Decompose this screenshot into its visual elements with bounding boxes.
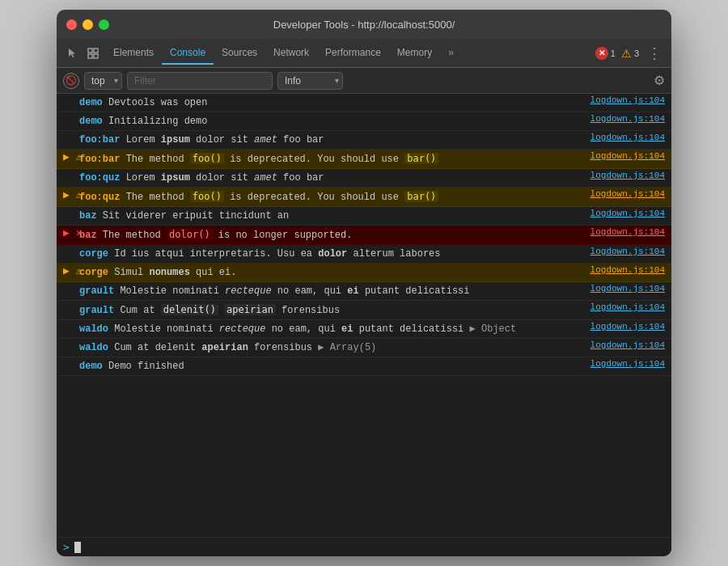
expand-array-arrow[interactable]: ▶ Array(5) [318, 342, 376, 353]
log-source[interactable]: logdown.js:104 [590, 284, 665, 294]
nav-toolbar: Elements Console Sources Network Perform… [57, 39, 671, 68]
log-entry: grault Cum at delenit() apeirian forensi… [57, 301, 671, 320]
log-text: corge Id ius atqui interpretaris. Usu ea… [79, 247, 584, 261]
devtools-body: Elements Console Sources Network Perform… [57, 39, 671, 556]
namespace: demo [79, 97, 103, 108]
console-input-row: > [57, 537, 671, 556]
log-entry: waldo Molestie nominati recteque no eam,… [57, 320, 671, 339]
titlebar: Developer Tools - http://localhost:5000/ [57, 10, 671, 39]
log-source[interactable]: logdown.js:104 [590, 114, 665, 124]
filter-input[interactable] [127, 72, 273, 90]
log-text: waldo Cum at delenit apeirian forensibus… [79, 340, 584, 355]
log-text: waldo Molestie nominati recteque no eam,… [79, 322, 584, 336]
log-text: corge Simul nonumes qui ei. [79, 265, 584, 280]
log-entry: grault Molestie nominati recteque no eam… [57, 282, 671, 301]
namespace: baz [79, 210, 97, 222]
log-text: grault Cum at delenit() apeirian forensi… [79, 302, 584, 318]
log-source[interactable]: logdown.js:104 [590, 133, 665, 142]
context-select[interactable]: top [84, 72, 122, 90]
error-count: ✕ [595, 47, 608, 60]
close-button[interactable] [66, 19, 77, 30]
log-source[interactable]: logdown.js:104 [590, 359, 665, 369]
log-entry: waldo Cum at delenit apeirian forensibus… [57, 339, 671, 357]
log-source[interactable]: logdown.js:104 [590, 302, 665, 312]
expand-object-arrow[interactable]: ▶ Object [470, 323, 517, 335]
svg-rect-0 [88, 49, 92, 53]
traffic-lights [66, 19, 109, 30]
console-cursor [74, 542, 81, 553]
nav-tabs: Elements Console Sources Network Perform… [105, 42, 592, 65]
log-entry: corge Id ius atqui interpretaris. Usu ea… [57, 245, 671, 264]
tab-sources[interactable]: Sources [214, 42, 265, 65]
warn-number: 3 [634, 49, 639, 58]
svg-rect-2 [88, 54, 92, 58]
namespace: corge [79, 267, 108, 278]
console-prompt: > [63, 541, 70, 553]
namespace: corge [79, 248, 108, 260]
log-source[interactable]: logdown.js:104 [590, 340, 665, 350]
namespace: waldo [79, 342, 108, 353]
log-text: demo Demo finished [79, 359, 584, 374]
clear-console-button[interactable]: 🚫 [63, 73, 79, 89]
devtools-window: Developer Tools - http://localhost:5000/… [57, 10, 671, 556]
log-entry: demo Devtools was open logdown.js:104 [57, 94, 671, 112]
log-source[interactable]: logdown.js:104 [590, 227, 665, 237]
log-text: foo:quz The method foo() is deprecated. … [79, 189, 584, 205]
warn-indicator: ▶ ⚠ [63, 190, 82, 201]
log-entry: demo Initializing demo logdown.js:104 [57, 112, 671, 131]
error-indicator: ▶ ✕ [63, 228, 82, 239]
namespace: waldo [79, 323, 108, 335]
svg-rect-1 [94, 49, 98, 53]
window-title: Developer Tools - http://localhost:5000/ [273, 19, 455, 31]
level-select-wrapper: Info Verbose Warnings Errors [277, 72, 343, 90]
log-source[interactable]: logdown.js:104 [590, 247, 665, 256]
inspect-icon[interactable] [84, 44, 102, 62]
namespace: foo:quz [79, 192, 120, 203]
namespace: foo:bar [79, 134, 120, 146]
toolbar-right: ✕ 1 ⚠ 3 ⋮ [595, 44, 665, 62]
warn-icon: ⚠ [621, 47, 632, 60]
more-menu-button[interactable]: ⋮ [644, 44, 665, 62]
log-text: demo Initializing demo [79, 114, 584, 129]
namespace: grault [79, 285, 114, 297]
log-text: foo:bar The method foo() is deprecated. … [79, 151, 584, 167]
log-entry: demo Demo finished logdown.js:104 [57, 357, 671, 376]
log-entry: ▶ ✕ baz The method dolor() is no longer … [57, 226, 671, 245]
minimize-button[interactable] [83, 19, 93, 30]
log-entry: foo:bar Lorem ipsum dolor sit amet foo b… [57, 131, 671, 150]
level-select[interactable]: Info Verbose Warnings Errors [277, 72, 343, 90]
error-number: 1 [611, 49, 616, 58]
tab-more[interactable]: » [440, 42, 462, 65]
log-source[interactable]: logdown.js:104 [590, 322, 665, 332]
context-select-wrapper: top [84, 72, 122, 90]
log-text: demo Devtools was open [79, 95, 584, 110]
log-entry: ▶ ⚠ corge Simul nonumes qui ei. logdown.… [57, 264, 671, 282]
namespace: demo [79, 116, 103, 127]
tab-network[interactable]: Network [265, 42, 317, 65]
namespace: demo [79, 361, 103, 372]
console-output: demo Devtools was open logdown.js:104 de… [57, 94, 671, 537]
tab-console[interactable]: Console [162, 42, 214, 65]
console-toolbar: 🚫 top Info Verbose Warnings Errors ⚙ [57, 68, 671, 94]
tab-memory[interactable]: Memory [389, 42, 440, 65]
log-text: baz The method dolor() is no longer supp… [79, 227, 584, 243]
log-entry: ▶ ⚠ foo:quz The method foo() is deprecat… [57, 188, 671, 207]
settings-icon[interactable]: ⚙ [654, 73, 665, 88]
log-entry: baz Sit viderer eripuit tincidunt an log… [57, 207, 671, 226]
cursor-tool-icon[interactable] [63, 44, 81, 62]
tab-performance[interactable]: Performance [317, 42, 389, 65]
log-text: baz Sit viderer eripuit tincidunt an [79, 209, 584, 223]
log-source[interactable]: logdown.js:104 [590, 265, 665, 275]
log-source[interactable]: logdown.js:104 [590, 189, 665, 199]
log-text: foo:bar Lorem ipsum dolor sit amet foo b… [79, 133, 584, 147]
tab-elements[interactable]: Elements [105, 42, 162, 65]
log-text: grault Molestie nominati recteque no eam… [79, 284, 584, 298]
log-text: foo:quz Lorem ipsum dolor sit amet foo b… [79, 171, 584, 185]
maximize-button[interactable] [99, 19, 109, 30]
log-entry: foo:quz Lorem ipsum dolor sit amet foo b… [57, 169, 671, 188]
log-source[interactable]: logdown.js:104 [590, 171, 665, 180]
log-source[interactable]: logdown.js:104 [590, 95, 665, 105]
log-source[interactable]: logdown.js:104 [590, 209, 665, 218]
log-source[interactable]: logdown.js:104 [590, 151, 665, 161]
svg-rect-3 [94, 54, 98, 58]
